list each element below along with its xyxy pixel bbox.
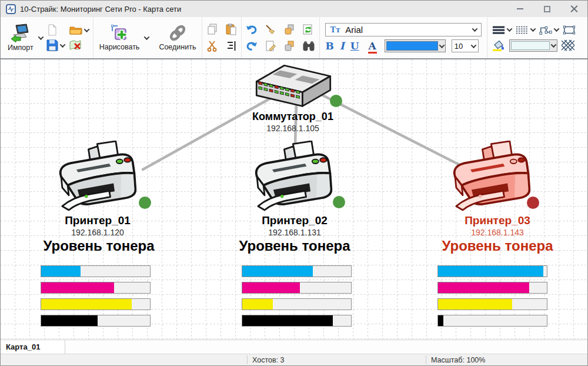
open-chevron-icon[interactable] (83, 26, 89, 32)
clean-button[interactable] (265, 24, 276, 35)
undo-button[interactable] (246, 24, 258, 35)
bring-forward-icon (283, 24, 295, 35)
line-width-chevron-icon (507, 26, 513, 32)
toolbar: Импорт (1, 17, 587, 58)
copy-icon (206, 24, 218, 35)
fill-color-select[interactable] (509, 39, 557, 52)
refresh-map-button[interactable] (302, 24, 315, 35)
edit-document-button[interactable] (265, 40, 276, 52)
switch-name: Коммутатор_01 (222, 111, 363, 123)
toner-bar-yellow (437, 298, 547, 310)
cut-button[interactable] (206, 40, 218, 52)
printer3-ip: 192.168.1.143 (427, 228, 568, 237)
save-map-button[interactable] (46, 39, 65, 51)
switch-label: Коммутатор_01 192.168.1.105 (222, 111, 363, 133)
connect-button[interactable]: Соединить (157, 23, 198, 52)
align-lines-icon (225, 40, 237, 52)
hatch-pattern-button[interactable] (562, 39, 574, 51)
draw-chevron-icon[interactable] (144, 34, 150, 40)
toner-bar-cyan (41, 265, 151, 277)
underline-button[interactable]: U (350, 41, 359, 51)
printer1-name: Принтер_01 (27, 214, 168, 227)
text-color-select[interactable] (385, 39, 446, 52)
find-button[interactable] (302, 40, 315, 52)
printer2-toner-bars (242, 265, 352, 331)
connect-label: Соединить (159, 43, 196, 51)
new-document-icon (46, 24, 58, 36)
line-style-button[interactable] (516, 24, 535, 36)
bring-forward-button[interactable] (283, 24, 295, 35)
printer2-name: Принтер_02 (224, 214, 365, 227)
printer1-toner-bars (41, 265, 151, 331)
fill-color-button[interactable] (492, 39, 505, 51)
printer1-status-dot (139, 197, 151, 209)
selection-rect-icon (563, 24, 576, 36)
toner-bar-magenta (437, 282, 547, 294)
redo-button[interactable] (246, 40, 258, 52)
import-button[interactable]: Импорт (6, 22, 35, 53)
printer2-device-icon[interactable] (250, 141, 340, 217)
connector-type-icon (539, 24, 552, 36)
font-family-chevron-icon (472, 26, 478, 32)
copy-button[interactable] (206, 24, 218, 35)
open-folder-icon (69, 24, 82, 36)
printer1-toner-title: Уровень тонера (28, 238, 169, 254)
close-icon (570, 5, 578, 13)
tab-map-01[interactable]: Карта_01 (1, 340, 65, 354)
switch-device-icon[interactable] (252, 61, 335, 108)
save-icon (46, 39, 58, 51)
printer1-label: Принтер_01 192.168.1.120 (27, 214, 168, 237)
printer2-toner-title: Уровень тонера (224, 238, 365, 254)
bold-button[interactable]: B (325, 41, 333, 51)
draw-label: Нарисовать (99, 43, 140, 51)
toner-bar-cyan (437, 265, 547, 277)
printer2-label: Принтер_02 192.168.1.131 (224, 214, 365, 237)
printer1-device-icon[interactable] (55, 141, 144, 217)
line-width-button[interactable] (492, 24, 512, 36)
title-bar: 10-Страйк: Мониторинг Сети Pro - Карта с… (1, 1, 587, 17)
delete-map-icon (69, 39, 81, 51)
printer2-status-dot (333, 196, 345, 208)
toner-bar-magenta (242, 282, 352, 294)
toner-bar-black (437, 315, 547, 327)
import-label: Импорт (8, 44, 34, 52)
toner-bar-black (41, 315, 151, 327)
close-button[interactable] (560, 1, 587, 17)
font-family-select[interactable]: Tт Arial (325, 23, 482, 36)
open-map-button[interactable] (69, 24, 89, 36)
minimize-button[interactable] (506, 1, 533, 17)
printer3-device-icon[interactable] (449, 141, 538, 217)
printer3-toner-bars (437, 265, 547, 331)
align-button[interactable] (225, 40, 237, 52)
switch-ip: 192.168.1.105 (222, 124, 363, 133)
paste-button[interactable] (225, 24, 237, 35)
select-area-button[interactable] (563, 24, 576, 36)
draw-group: Нарисовать Соединить (93, 17, 203, 58)
maximize-icon (544, 6, 550, 12)
fill-color-swatch (511, 41, 550, 50)
font-size-select[interactable]: 10 (452, 39, 479, 52)
import-chevron-icon[interactable] (38, 34, 44, 40)
font-color-button[interactable]: A (369, 41, 376, 51)
maximize-button[interactable] (533, 1, 560, 17)
text-color-chevron-icon (439, 42, 445, 48)
text-color-swatch (386, 41, 438, 51)
zoom-level: Масштаб: 100% (431, 356, 485, 364)
file-group: Импорт (2, 17, 93, 58)
printer3-toner-title: Уровень тонера (427, 238, 568, 254)
save-chevron-icon[interactable] (59, 42, 65, 48)
toner-bar-yellow (41, 298, 151, 310)
send-backward-button[interactable] (283, 40, 295, 52)
clipboard-group (202, 17, 242, 58)
new-map-button[interactable] (46, 24, 65, 36)
map-canvas[interactable]: Коммутатор_01 192.168.1.105 Принтер_01 1… (1, 59, 587, 340)
draw-button[interactable]: Нарисовать (98, 23, 142, 52)
italic-button[interactable]: I (340, 41, 345, 51)
toner-bar-yellow (242, 298, 352, 310)
delete-map-button[interactable] (69, 39, 89, 51)
printer1-ip: 192.168.1.120 (27, 228, 168, 237)
refresh-map-icon (302, 24, 314, 35)
connector-type-button[interactable] (539, 24, 559, 36)
paste-icon (225, 24, 237, 35)
import-laptop-icon (10, 24, 31, 42)
